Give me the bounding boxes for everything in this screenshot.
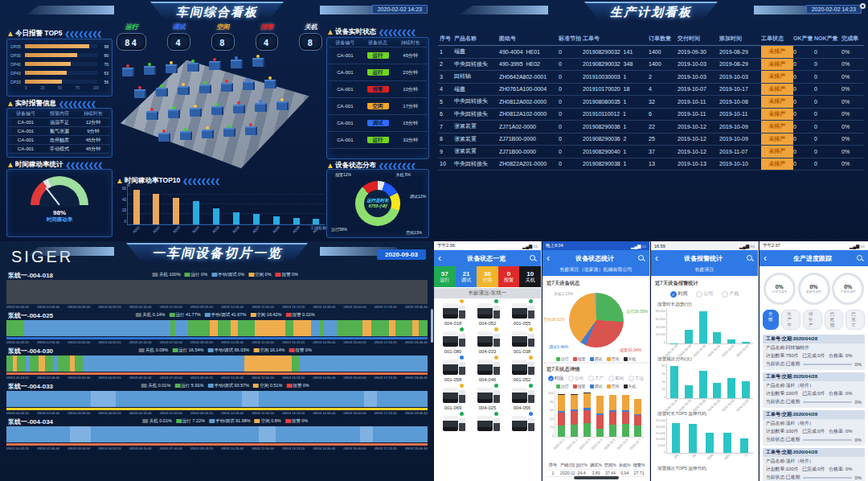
machine-icon bbox=[510, 413, 534, 433]
scrollbar[interactable] bbox=[431, 309, 433, 343]
filter-chip[interactable]: 已完工 bbox=[845, 310, 865, 330]
filter-option[interactable]: 工位 bbox=[628, 376, 644, 381]
column-header: 完成率 bbox=[841, 35, 862, 43]
machine-card[interactable]: 001-080 bbox=[436, 328, 470, 354]
filter-option[interactable]: ✓时段 bbox=[548, 376, 563, 381]
slice-timeline-bar[interactable] bbox=[6, 280, 428, 304]
axis-tick: 0 bbox=[25, 86, 27, 90]
table-row: CA-001急停触发45分钟 bbox=[9, 136, 110, 145]
slice-timeline-bar[interactable] bbox=[6, 426, 428, 442]
filter-chip[interactable]: 已延期 bbox=[825, 310, 844, 330]
slice-row-header: 泵线一-004-033关机 0.01%运行 5.91%手动/调试 93.57%空… bbox=[6, 381, 428, 391]
filter-chip[interactable]: 全部 bbox=[763, 310, 779, 330]
bar bbox=[173, 198, 179, 224]
machine-card[interactable]: 004-052 bbox=[470, 300, 505, 326]
machine-card[interactable]: 001-038 bbox=[505, 328, 539, 354]
device-id: CA-001 bbox=[329, 104, 362, 109]
table-cell: 201910030003_1 bbox=[583, 74, 649, 80]
search-icon[interactable] bbox=[747, 255, 754, 262]
work-order-card[interactable]: 工单号:交期:2020/04/28产品名称:顶杆（组件）计划数量:100件已完成… bbox=[763, 410, 865, 446]
status-dot bbox=[460, 412, 464, 416]
machine-card[interactable]: 001-058 bbox=[436, 356, 470, 382]
status-bar: 下午2:36 ▂▄▆ ▭ bbox=[434, 241, 541, 250]
status-tab[interactable]: 21调试 bbox=[456, 266, 477, 287]
status-tab[interactable]: 30空闲 bbox=[477, 266, 498, 287]
machine-card[interactable]: 001-052 bbox=[505, 356, 539, 382]
status-tab[interactable]: 0报警 bbox=[498, 266, 520, 287]
machine-card[interactable] bbox=[470, 413, 505, 434]
legend-label: 运行 bbox=[561, 356, 569, 361]
axis-tick: 40 bbox=[122, 198, 126, 202]
gauge-value: 98% bbox=[7, 209, 112, 216]
slice-timeline-bar[interactable] bbox=[6, 320, 428, 336]
work-order-card[interactable]: 工单号:交期:2020/04/28产品名称:顶杆（组件）计划数量:100件已完成… bbox=[763, 372, 865, 408]
filter-option[interactable]: 工厂 bbox=[588, 376, 604, 381]
table-row: CA-001运行32分钟 bbox=[329, 132, 427, 149]
counter-label: 调试 bbox=[167, 23, 190, 31]
search-icon[interactable] bbox=[530, 255, 537, 262]
machine-card[interactable]: 004-018 bbox=[436, 300, 470, 326]
pie-slice-label: 运行26.05% bbox=[626, 309, 648, 314]
scrollbar[interactable] bbox=[574, 476, 619, 479]
slice-timeline-bar[interactable] bbox=[6, 391, 428, 407]
axis: 25,00020,00015,00010,0005,0000 bbox=[653, 418, 666, 454]
legend-item: 手动/调试 93.57% bbox=[207, 383, 249, 388]
column-header: 添加时间 bbox=[719, 35, 761, 43]
timeline-segment bbox=[364, 391, 377, 407]
back-button[interactable]: ‹ bbox=[764, 253, 767, 263]
machine-block bbox=[245, 126, 257, 135]
timeline-segment bbox=[6, 426, 70, 442]
search-icon[interactable] bbox=[638, 255, 645, 262]
machine-card[interactable]: 004-056 bbox=[505, 384, 539, 410]
table-cell: 0% bbox=[841, 111, 862, 117]
filter-option[interactable]: 车间 bbox=[608, 376, 624, 381]
table-cell: 0 bbox=[814, 49, 841, 55]
legend-item: 关机 0.09% bbox=[139, 347, 168, 353]
counter-pill: 84 bbox=[117, 33, 146, 51]
radio-option[interactable]: 公司 bbox=[696, 290, 714, 298]
search-icon[interactable] bbox=[857, 255, 864, 262]
bar-column: 2020-10-28 bbox=[669, 309, 679, 343]
table-cell: 0 bbox=[814, 149, 841, 154]
back-button[interactable]: ‹ bbox=[547, 253, 550, 263]
machine-card[interactable]: 004-025 bbox=[470, 384, 505, 410]
back-button[interactable]: ‹ bbox=[438, 253, 441, 263]
status-tab[interactable]: 57运行 bbox=[434, 266, 456, 287]
machine-card[interactable]: 001-069 bbox=[436, 384, 470, 410]
stacked-bar bbox=[571, 391, 578, 437]
card-header: 工单号:交期:2020/04/28 bbox=[763, 372, 865, 381]
filter-chip[interactable]: 待生产 bbox=[803, 310, 822, 330]
status-badge: 未排产 bbox=[761, 59, 793, 71]
tab-count: 10 bbox=[519, 270, 541, 278]
machine-card[interactable] bbox=[436, 413, 470, 434]
corner-dot-icon[interactable] bbox=[860, 3, 866, 9]
line-section-header[interactable]: 长龄液压-泵线一 bbox=[434, 288, 541, 298]
work-order-card[interactable]: 工单号:交期:2020/04/28产品名称:回转轴组件计划数量:750件已完成:… bbox=[763, 335, 865, 370]
axis-tick: 2020-11-7 bbox=[628, 438, 641, 450]
pie-slice-label: 空闲38.92% bbox=[543, 317, 565, 322]
section-title: 近7天设备状态 bbox=[542, 276, 649, 288]
duration: 45分钟 bbox=[394, 52, 427, 60]
machine-card[interactable]: 004-046 bbox=[470, 356, 505, 382]
machine-card[interactable]: 001-055 bbox=[505, 300, 539, 326]
slices-banner: 一车间设备切片一览 bbox=[126, 243, 308, 263]
timeline-segment bbox=[395, 320, 413, 336]
machine-card[interactable]: 004-033 bbox=[470, 328, 505, 354]
filter-chip[interactable]: 生产中 bbox=[781, 310, 800, 330]
pie-slice-label: 调试3.46% bbox=[549, 344, 568, 349]
radio-option[interactable]: 产线 bbox=[722, 290, 739, 298]
status-badge: 空闲 bbox=[367, 103, 389, 109]
back-button[interactable]: ‹ bbox=[655, 253, 658, 263]
machine-card[interactable] bbox=[505, 413, 539, 434]
slice-timeline-bar[interactable] bbox=[6, 356, 428, 372]
axis-tick: 09/03 03:30:00 bbox=[68, 446, 90, 450]
filter-option[interactable]: 公司 bbox=[568, 376, 583, 381]
timeline-segment bbox=[285, 320, 294, 336]
legend-label: 运行 5.91% bbox=[181, 383, 203, 388]
table-row: CA-001氮气泄漏9分钟 bbox=[9, 127, 110, 136]
table-cell: 0 bbox=[793, 161, 814, 166]
machine-block bbox=[209, 61, 221, 70]
radio-option[interactable]: ✓时间 bbox=[670, 290, 688, 298]
status-tab[interactable]: 10关机 bbox=[519, 266, 541, 287]
work-order-card[interactable]: 工单号:交期:2020/04/28产品名称:顶杆（组件）计划数量:100件已完成… bbox=[763, 448, 865, 481]
